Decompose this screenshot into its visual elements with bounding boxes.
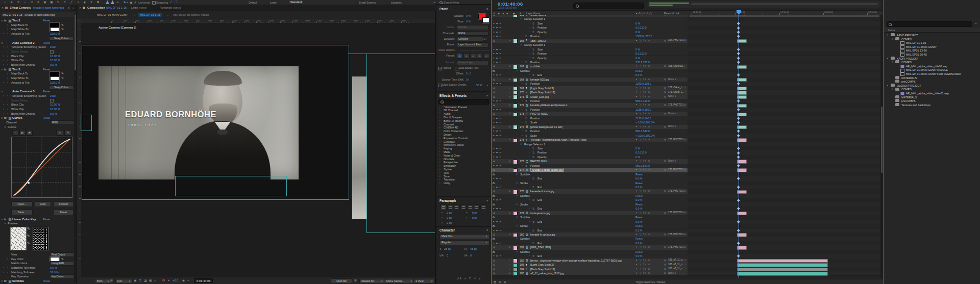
- graph-toggle-icon[interactable]: ⊵: [532, 220, 534, 223]
- timeline-layer-row[interactable]: ⊙›183■[Light Gray Solid 2]✦ ╲ fx ⊘◎185. …: [492, 263, 883, 267]
- parent-pickwhip-icon[interactable]: ◎: [664, 91, 666, 93]
- stopwatch-icon[interactable]: ◔: [528, 254, 530, 257]
- vertical-scrollbar[interactable]: [74, 13, 76, 282]
- expand-arrow-icon[interactable]: ›: [3, 59, 4, 61]
- graph-toggle-icon[interactable]: ⊵: [532, 22, 534, 24]
- effects-category-distort[interactable]: ›Distort: [436, 133, 492, 136]
- time-navigator[interactable]: [647, 1, 881, 8]
- project-item-precomps[interactable]: preCOMPS: [884, 80, 980, 84]
- property-value[interactable]: 100.0 %: [50, 32, 60, 35]
- effects-category-text[interactable]: ›Text: [436, 171, 492, 174]
- timeline-layer-row[interactable]: ⊙∨177▨kevade iii toots koster.jpg✦ ╲ fx …: [492, 168, 883, 172]
- reset-link[interactable]: Reset: [635, 224, 643, 227]
- parent-pickwhip-icon[interactable]: ◎: [664, 78, 666, 81]
- project-item-materials[interactable]: MATERIALS: [884, 76, 980, 80]
- twirl-icon[interactable]: ▾: [892, 38, 893, 40]
- stopwatch-icon[interactable]: ◔: [528, 26, 530, 29]
- align-button-2[interactable]: [447, 204, 453, 210]
- twirl-icon[interactable]: ∨: [509, 112, 510, 115]
- stopwatch-icon[interactable]: ◔: [521, 108, 523, 111]
- effect-name[interactable]: Auto Contrast 2: [12, 41, 42, 44]
- layer-visibility-icon[interactable]: ⊙: [493, 268, 495, 271]
- workspace-tab-standard[interactable]: Standard: [289, 1, 303, 4]
- project-item-comps[interactable]: ▾COMPS: [884, 37, 980, 41]
- keyframe-nav-icons[interactable]: ◄ ◆ ►: [493, 147, 502, 149]
- parent-link-select[interactable]: 176. PHOTO 1 ∨: [668, 246, 685, 248]
- twirl-icon[interactable]: ∨: [516, 182, 518, 184]
- eyedropper-icon[interactable]: ✎: [61, 257, 64, 261]
- graph-toggle-icon[interactable]: ⊵: [532, 242, 534, 244]
- parent-pickwhip-icon[interactable]: ◎: [664, 272, 666, 274]
- paint-mode-select[interactable]: Normal: [457, 25, 488, 30]
- project-item-materials[interactable]: MATERIALS: [884, 95, 980, 99]
- composition-tab[interactable]: ✕ Composition MKL EP 01 1-15 ≡: [78, 5, 139, 11]
- twirl-right-icon[interactable]: ›: [439, 158, 440, 160]
- timeline-prop-row[interactable]: ◄ ◆ ►◔⊵Position0.0,110.0: [492, 51, 883, 56]
- stopwatch-icon[interactable]: ◔: [528, 229, 530, 231]
- timeline-prop-row[interactable]: ◄ ◆ ►◔⊵End0.0 %: [492, 254, 883, 258]
- magnification-select[interactable]: 50%∨: [95, 279, 111, 284]
- timeline-layer-row[interactable]: ⊙∨180▨kevade iii op laur.jpg✦ ╲ fx ⊘◎176…: [492, 233, 883, 237]
- resolution-select[interactable]: Full∨: [115, 279, 133, 284]
- parent-link-select[interactable]: 185. a7_11_o... ∨: [668, 267, 685, 270]
- layer-visibility-icon[interactable]: ⊙: [493, 259, 495, 262]
- timeline-fx-row[interactable]: fx∨StrokeReset: [492, 202, 883, 206]
- parent-link-select[interactable]: 185. a7_11_o... ∨: [668, 263, 685, 266]
- stopwatch-icon[interactable]: ◔: [7, 271, 8, 274]
- draft-3d-button[interactable]: Draft 3D: [331, 278, 352, 283]
- mask-toggle-icon[interactable]: ◪: [144, 279, 146, 282]
- twirl-icon[interactable]: ∨: [1, 68, 3, 71]
- twirl-right-icon[interactable]: ›: [439, 140, 440, 143]
- timeline-prop-row[interactable]: ◄ ◆ ►◔⊵Start0 %: [492, 47, 883, 51]
- indent-field-2[interactable]: ⇤0 px: [466, 211, 488, 215]
- stopwatch-icon[interactable]: ◔: [528, 147, 530, 149]
- graph-toggle-icon[interactable]: ⊵: [525, 82, 527, 85]
- effects-category-boris-fx-mocha[interactable]: ›Boris FX Mocha: [436, 119, 492, 122]
- panel-menu-icon[interactable]: ≡: [486, 7, 488, 10]
- timeline-prop-row[interactable]: ◄ ◆ ►◔⊵End0.0 %: [492, 198, 883, 202]
- property-value[interactable]: 0 %: [635, 31, 640, 34]
- twirl-icon[interactable]: ∨: [520, 17, 522, 20]
- timeline-layer-row[interactable]: ⊙∨175T"Kevade" illustratsioonid Autor: R…: [492, 138, 883, 142]
- twirl-icon[interactable]: ∨: [4, 222, 6, 225]
- parent-pickwhip-icon[interactable]: ◎: [664, 259, 666, 262]
- paint-erase-select[interactable]: Layer Source & Paint: [457, 42, 488, 47]
- property-value[interactable]: 0 %: [635, 48, 640, 51]
- parent-pickwhip-icon[interactable]: ◎: [664, 39, 666, 42]
- stopwatch-icon[interactable]: ◔: [528, 48, 530, 50]
- channel-wheel-icon[interactable]: ❂: [162, 279, 165, 282]
- layer-visibility-icon[interactable]: ⊙: [493, 125, 495, 128]
- paint-source-select[interactable]: Current Layer: [457, 60, 488, 65]
- paint-value[interactable]: 0 %: [466, 20, 471, 23]
- property-value[interactable]: 0.0 %: [635, 220, 643, 223]
- property-checkbox[interactable]: [50, 99, 54, 102]
- keyframe-nav-icons[interactable]: ◄ ◆ ►: [493, 117, 502, 119]
- background-color-swatch[interactable]: [482, 17, 489, 23]
- stopwatch-icon[interactable]: ◔: [528, 177, 530, 179]
- align-button-3[interactable]: [454, 204, 460, 210]
- project-item-mkl-ep01-13-30[interactable]: MKL EP01 13-30: [884, 48, 980, 53]
- twirl-icon[interactable]: ∨: [516, 203, 518, 205]
- timeline-prop-row[interactable]: ◄ ◆ ►◔⊵Position1290.0,108.0: [492, 82, 883, 86]
- eyedropper-icon[interactable]: ✎: [61, 27, 64, 31]
- parent-pickwhip-icon[interactable]: ◎: [664, 246, 666, 248]
- layer-name[interactable]: [Dark Gray Solid 13]: [530, 268, 555, 271]
- twirl-icon[interactable]: ∨: [516, 173, 518, 175]
- twirl-icon[interactable]: ∨: [509, 65, 510, 67]
- draw-icon[interactable]: ▪: [12, 130, 18, 136]
- layer-name[interactable]: PHOTO NULL: [530, 160, 548, 163]
- property-value[interactable]: 0.0 %: [635, 254, 643, 257]
- eyedropper-plus-icon[interactable]: ✎: [27, 234, 30, 238]
- flowchart-tab[interactable]: Flowchart (none): [160, 6, 181, 9]
- keyframe-nav-icons[interactable]: ◄ ◆ ►: [493, 151, 502, 153]
- keyframe-nav-icons[interactable]: ◄ ◆ ►: [493, 48, 502, 50]
- effect-name[interactable]: Curves: [12, 116, 42, 119]
- twirl-right-icon[interactable]: ›: [439, 106, 440, 108]
- layer-name[interactable]: kevade iii toots koster.jpg: [530, 168, 564, 172]
- layer-visibility-icon[interactable]: ⊙: [493, 15, 495, 16]
- timeline-group-row[interactable]: ∨Range Selector 1: [492, 17, 883, 21]
- work-area-bar[interactable]: [689, 15, 879, 17]
- layer-name[interactable]: kevade-pildikesi-koolipolvest-1: [530, 104, 568, 107]
- timeline-layer-row[interactable]: ⊙∨178▨kevasde iii toots.jpg✦ ╲ fx ⊘◎176.…: [492, 189, 883, 193]
- stopwatch-icon[interactable]: ◔: [7, 94, 8, 97]
